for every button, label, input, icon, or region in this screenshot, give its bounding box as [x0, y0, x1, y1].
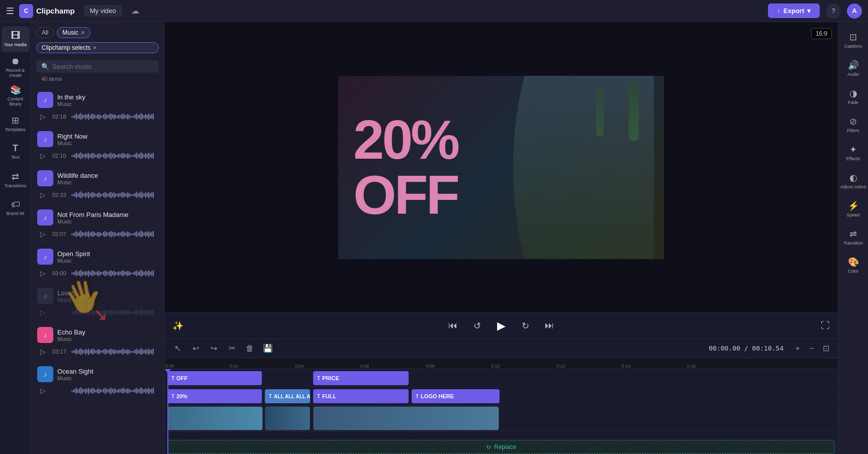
left-sidebar: 🎞 Your media ⏺ Record & create 📚 Content… [0, 22, 31, 454]
tracks-area: OFF PRICE 20% ALL ALL ALL A FULL LOGO HE… [164, 369, 838, 454]
right-tool-fade[interactable]: ◑ Fade [840, 83, 866, 109]
sidebar-item-templates[interactable]: ⊞ Templates [2, 110, 30, 137]
right-tool-transition[interactable]: ⇌ Transition [840, 224, 866, 250]
list-item[interactable]: ♪ Open Spirit Music ▷ 03:00 [34, 245, 161, 283]
delete-button[interactable]: 🗑 [243, 342, 257, 356]
right-tool-audio[interactable]: 🔊 Audio [840, 55, 866, 81]
help-button[interactable]: ? [826, 4, 841, 19]
filter-area: All Music ✕ Clipchamp selects ✕ [31, 22, 164, 56]
logo-area: C Clipchamp [19, 4, 75, 18]
zoom-out-button[interactable]: − [806, 343, 818, 355]
sidebar-item-label: Record & create [2, 68, 30, 78]
magic-button[interactable]: ✨ [172, 320, 183, 331]
rewind-to-start-button[interactable]: ⏮ [445, 318, 461, 334]
right-tool-speed[interactable]: ⚡ Speed [840, 196, 866, 222]
right-tool-filters[interactable]: ⊘ Filters [840, 111, 866, 138]
video-clip-1[interactable] [167, 406, 263, 430]
sidebar-item-record-create[interactable]: ⏺ Record & create [2, 54, 30, 80]
sidebar-item-your-media[interactable]: 🎞 Your media [2, 26, 30, 52]
cut-button[interactable]: ✂ [225, 342, 239, 356]
save-button[interactable]: 💾 [261, 342, 275, 356]
export-button[interactable]: ↑ Export ▾ [768, 4, 820, 18]
clip-20pct[interactable]: 20% [167, 389, 262, 403]
record-create-icon: ⏺ [11, 56, 20, 67]
center-area: 16:9 20% OFF ✨ ⏮ ↺ ▶ ↻ ⏭ ⛶ [164, 22, 838, 454]
play-button[interactable]: ▷ [37, 268, 48, 279]
zoom-in-button[interactable]: + [792, 343, 804, 355]
play-button[interactable]: ▷ [37, 346, 48, 357]
play-button[interactable]: ▷ [37, 189, 48, 200]
topbar-right: ↑ Export ▾ ? A [768, 4, 862, 19]
sidebar-item-transitions[interactable]: ⇄ Transitions [2, 167, 30, 193]
video-clip-3[interactable] [313, 406, 499, 430]
menu-icon[interactable]: ☰ [6, 6, 14, 17]
list-item[interactable]: ♪ In the sky Music ▷ 02:18 [34, 88, 161, 126]
clip-all[interactable]: ALL ALL ALL A [265, 389, 310, 403]
fast-forward-button[interactable]: ↻ [517, 318, 533, 334]
filters-icon: ⊘ [849, 116, 857, 127]
video-clip-2[interactable] [265, 406, 310, 430]
filter-chips: All Music ✕ [36, 27, 159, 38]
list-item[interactable]: ♪ Ocean Sight Music ▷ [34, 362, 161, 400]
sidebar-item-label: Brand kit [7, 211, 25, 216]
video-frame: 20% OFF [338, 76, 664, 259]
play-button[interactable]: ▷ [37, 385, 48, 396]
clipchamp-selects-tag[interactable]: Clipchamp selects ✕ [36, 42, 159, 53]
right-tool-adjust-colors[interactable]: ◐ Adjust colors [840, 168, 866, 194]
list-item[interactable]: ♪ Not From Paris Madame Music ▷ 02:07 [34, 205, 161, 244]
skip-to-end-button[interactable]: ⏭ [541, 318, 557, 334]
sidebar-item-text[interactable]: T Text [2, 139, 30, 165]
video-preview-area: 16:9 20% OFF [164, 22, 838, 312]
list-item[interactable]: ♪ Wildlife dance Music ▷ 02:33 [34, 166, 161, 204]
list-item[interactable]: ♪ Right Now Music ▷ 02:10 [34, 127, 161, 165]
rewind-button[interactable]: ↺ [469, 318, 485, 334]
waveform [71, 386, 158, 396]
palm-tree [629, 81, 639, 141]
list-item[interactable]: ♪ Lovely Music ▷ 🖐 ↘ [34, 284, 161, 322]
sidebar-item-content-library[interactable]: 📚 Content library [2, 82, 30, 108]
clip-logo[interactable]: LOGO HERE [412, 389, 500, 403]
remove-tag-icon[interactable]: ✕ [92, 45, 97, 51]
search-input[interactable] [52, 63, 154, 70]
pointer-tool-button[interactable]: ↖ [170, 342, 184, 356]
zoom-fit-button[interactable]: ⊡ [820, 343, 832, 355]
right-tool-captions[interactable]: ⊡ Captions [840, 27, 866, 53]
play-button[interactable]: ▷ [37, 150, 48, 161]
sidebar-item-label: Transitions [5, 184, 27, 189]
video-text-off: OFF [353, 167, 458, 222]
music-category: Music [57, 179, 158, 185]
user-avatar[interactable]: A [847, 4, 862, 19]
clip-off[interactable]: OFF [167, 371, 262, 385]
text-icon: T [13, 143, 18, 154]
play-button[interactable]: ▷ [37, 307, 48, 318]
right-tool-color[interactable]: 🎨 Color [840, 252, 866, 278]
video-title[interactable]: My video [84, 5, 122, 17]
list-item[interactable]: ♪ Echo Bay Music ▷ 03:17 [34, 323, 161, 361]
filter-music-chip[interactable]: Music ✕ [57, 27, 90, 38]
filter-all-chip[interactable]: All [36, 27, 54, 38]
music-name: Right Now [57, 133, 158, 140]
music-thumb: ♪ [37, 366, 53, 382]
topbar: ☰ C Clipchamp My video ☁ ↑ Export ▾ ? A [0, 0, 868, 22]
aspect-ratio-badge[interactable]: 16:9 [811, 28, 832, 39]
clip-price[interactable]: PRICE [313, 371, 409, 385]
sidebar-item-brand-kit[interactable]: 🏷 Brand kit [2, 195, 30, 221]
clip-full[interactable]: FULL [313, 389, 409, 403]
remove-music-filter-icon[interactable]: ✕ [80, 30, 85, 36]
topbar-left: ☰ C Clipchamp My video ☁ [6, 4, 139, 18]
music-info: Wildlife dance Music [57, 172, 158, 185]
play-pause-button[interactable]: ▶ [493, 318, 509, 334]
music-info: In the sky Music [57, 93, 158, 107]
music-name: Lovely [57, 289, 158, 297]
waveform [71, 190, 158, 200]
play-button[interactable]: ▷ [37, 111, 48, 122]
right-tool-effects[interactable]: ✦ Effects [840, 140, 866, 166]
fullscreen-button[interactable]: ⛶ [821, 320, 830, 331]
music-category: Music [57, 375, 158, 381]
play-button[interactable]: ▷ [37, 229, 48, 240]
brand-kit-icon: 🏷 [11, 199, 20, 210]
waveform [71, 229, 158, 239]
undo-button[interactable]: ↩ [188, 342, 203, 356]
music-category: Music [57, 336, 158, 342]
redo-button[interactable]: ↪ [207, 342, 221, 356]
